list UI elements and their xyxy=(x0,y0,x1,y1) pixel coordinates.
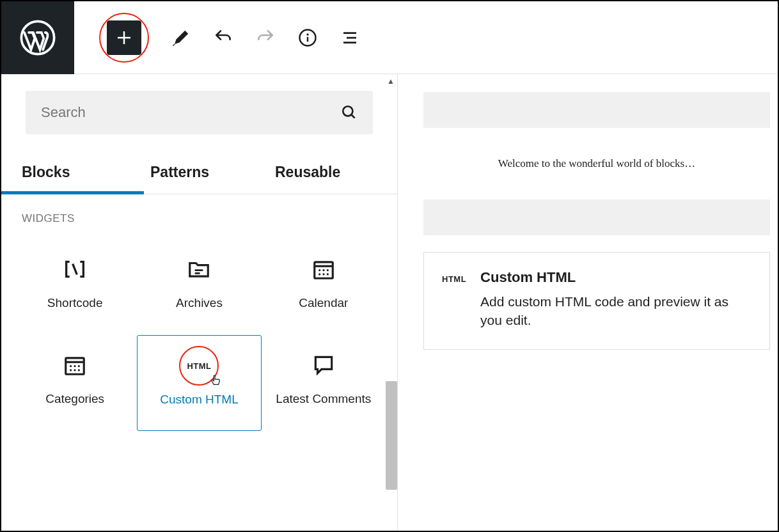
editor-frame: ▲ Blocks Patterns Reusable WIDGETS S xyxy=(0,0,779,532)
top-toolbar xyxy=(1,1,778,74)
categories-icon xyxy=(61,352,88,379)
redo-icon xyxy=(255,27,276,48)
redo-button[interactable] xyxy=(255,27,276,49)
block-label: Shortcode xyxy=(47,295,103,311)
svg-point-2 xyxy=(306,33,309,36)
svg-point-13 xyxy=(74,365,76,367)
calendar-icon xyxy=(310,256,337,283)
undo-icon xyxy=(213,27,233,48)
svg-point-5 xyxy=(319,269,320,271)
search-input[interactable] xyxy=(41,104,341,121)
search-icon xyxy=(341,104,358,121)
canvas-placeholder-top xyxy=(423,92,770,128)
block-categories[interactable]: Categories xyxy=(13,335,137,431)
svg-point-7 xyxy=(327,269,329,271)
preview-html-icon: HTML xyxy=(442,269,466,330)
block-calendar[interactable]: Calendar xyxy=(262,239,386,335)
svg-point-16 xyxy=(74,369,76,371)
block-inserter-panel: ▲ Blocks Patterns Reusable WIDGETS S xyxy=(1,74,398,531)
cursor-hand-icon xyxy=(209,373,223,388)
canvas-placeholder-bottom xyxy=(423,199,770,235)
svg-point-3 xyxy=(343,106,352,116)
svg-point-10 xyxy=(327,273,329,275)
add-block-wrapper xyxy=(98,12,150,63)
shortcode-icon xyxy=(61,256,88,283)
outline-icon xyxy=(340,28,359,47)
tab-blocks[interactable]: Blocks xyxy=(1,155,144,194)
svg-point-14 xyxy=(78,365,80,367)
svg-point-6 xyxy=(322,269,324,271)
wordpress-logo[interactable] xyxy=(1,1,74,74)
info-button[interactable] xyxy=(297,27,319,49)
search-box[interactable] xyxy=(26,91,373,134)
preview-text: Custom HTML Add custom HTML code and pre… xyxy=(480,269,751,330)
edit-button[interactable] xyxy=(170,27,192,49)
editor-canvas: Welcome to the wonderful world of blocks… xyxy=(398,74,778,531)
block-shortcode[interactable]: Shortcode xyxy=(13,239,137,335)
comments-icon xyxy=(310,352,337,379)
toolbar-items xyxy=(74,12,361,63)
blocks-grid: Shortcode Archives Calendar xyxy=(1,233,397,437)
preview-title: Custom HTML xyxy=(480,269,751,286)
svg-point-8 xyxy=(319,273,320,275)
section-widgets-label: WIDGETS xyxy=(1,194,397,233)
content-area: ▲ Blocks Patterns Reusable WIDGETS S xyxy=(1,74,778,531)
search-container xyxy=(26,91,373,134)
tab-reusable[interactable]: Reusable xyxy=(272,155,397,194)
inserter-tabs: Blocks Patterns Reusable xyxy=(1,155,397,194)
undo-button[interactable] xyxy=(212,27,234,49)
svg-point-17 xyxy=(78,369,80,371)
html-icon: HTML xyxy=(185,352,212,379)
preview-description: Add custom HTML code and preview it as y… xyxy=(480,292,751,330)
welcome-text[interactable]: Welcome to the wonderful world of blocks… xyxy=(423,128,770,199)
block-label: Archives xyxy=(176,295,223,311)
scrollbar-thumb[interactable] xyxy=(386,381,397,490)
outline-button[interactable] xyxy=(339,27,361,49)
pencil-icon xyxy=(171,28,191,47)
block-label: Calendar xyxy=(299,295,348,311)
block-archives[interactable]: Archives xyxy=(137,239,261,335)
svg-point-15 xyxy=(70,369,72,371)
wordpress-icon xyxy=(20,20,56,56)
archives-icon xyxy=(185,256,212,283)
tab-patterns[interactable]: Patterns xyxy=(144,155,272,194)
add-block-button[interactable] xyxy=(107,20,141,55)
scroll-up-icon[interactable]: ▲ xyxy=(387,77,395,86)
info-icon xyxy=(298,28,317,47)
block-custom-html[interactable]: HTML Custom HTML xyxy=(137,335,261,431)
block-label: Latest Comments xyxy=(276,391,371,407)
plus-icon xyxy=(114,28,134,47)
block-label: Custom HTML xyxy=(160,392,238,408)
svg-point-12 xyxy=(70,365,72,367)
block-latest-comments[interactable]: Latest Comments xyxy=(262,335,386,431)
block-label: Categories xyxy=(45,391,104,407)
block-preview-card: HTML Custom HTML Add custom HTML code an… xyxy=(423,252,770,350)
svg-point-9 xyxy=(322,273,324,275)
